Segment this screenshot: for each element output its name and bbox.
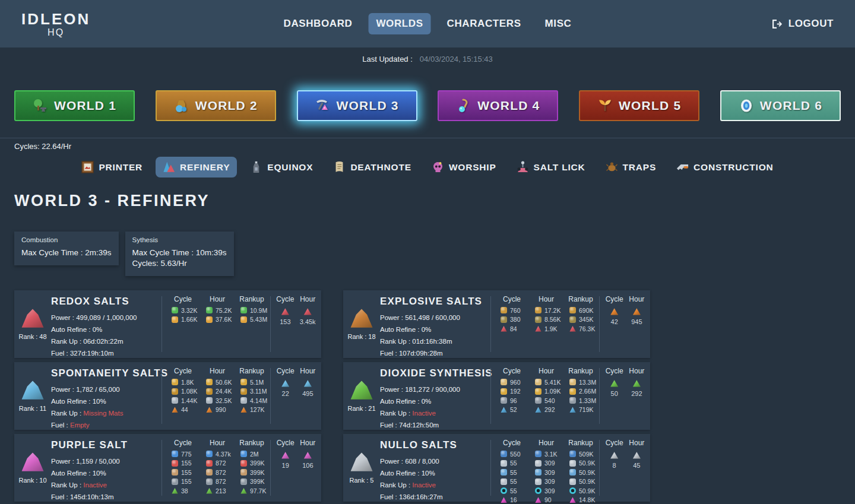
orange-salt-icon [172, 407, 178, 413]
cost-cell: 4.14M [235, 397, 267, 404]
gold-key-icon [240, 388, 247, 395]
nav-item-worlds[interactable]: WORLDS [368, 13, 430, 34]
nav-item-misc[interactable]: MISC [537, 13, 580, 34]
world-3-label: WORLD 3 [336, 99, 398, 113]
cost-value: 872 [216, 478, 226, 485]
tab-salt-lick[interactable]: SALT LICK [509, 157, 593, 177]
red-salt-icon [569, 325, 576, 332]
twig-icon [501, 316, 507, 323]
nav-item-dashboard[interactable]: DASHBOARD [276, 13, 360, 34]
stat-rank-up: Rank Up : Inactive [380, 407, 490, 419]
stat-label: Power : [380, 386, 405, 393]
output-column-hour: Hour495 [300, 367, 315, 430]
cost-value: 2.66M [579, 388, 596, 395]
cost-value: 345K [579, 316, 594, 323]
world-3-pickaxe-salt-icon [315, 98, 330, 113]
world-6-label: WORLD 6 [760, 99, 822, 113]
cost-value: 4.14M [250, 397, 267, 404]
stat-label: Rank Up : [380, 481, 412, 489]
cost-column-rankup: Rankup10.9M5.43M [235, 295, 269, 358]
world-6-button[interactable]: WORLD 6 [720, 90, 841, 121]
cost-cell: 24.4K [200, 388, 232, 395]
tab-worship[interactable]: WORSHIP [425, 157, 504, 177]
cyan-eye-icon [501, 487, 507, 494]
tab-refinery[interactable]: REFINERY [156, 157, 237, 177]
magenta-salt-icon [535, 497, 542, 503]
world-1-button[interactable]: WORLD 1 [14, 90, 135, 121]
last-updated-value: 04/03/2024, 15:15:43 [420, 55, 493, 64]
tab-deathnote[interactable]: DEATHNOTE [326, 157, 419, 177]
green-orb-icon [206, 307, 213, 313]
stat-auto-refine: Auto Refine : 10% [380, 467, 490, 479]
cost-value: 1.33M [579, 397, 596, 404]
info-card-line: Max Cycle Time : 10m:39s [132, 248, 227, 258]
cost-header: Cycle [174, 439, 192, 447]
cost-cell: 8.56K [529, 316, 560, 323]
stat-value: 10% [422, 470, 435, 477]
cost-cell: 509K [563, 451, 594, 458]
cost-cell: 5.43M [235, 316, 267, 323]
cost-value: 3.11M [250, 388, 267, 395]
logout-button[interactable]: LOGOUT [771, 18, 834, 30]
salt-info: DIOXIDE SYNTHESISPower : 181,272 / 900,0… [380, 362, 490, 430]
cost-value: 32.5K [216, 397, 232, 404]
world-2-button[interactable]: WORLD 2 [156, 90, 276, 121]
output-value: 106 [302, 462, 313, 469]
cost-cell: 309 [529, 469, 555, 476]
output-value: 22 [282, 390, 289, 397]
cost-value: 155 [181, 469, 192, 476]
blue-fly-icon [501, 469, 507, 476]
cost-value: 50.9K [579, 459, 595, 467]
stat-value: 327d:19h:10m [70, 350, 114, 357]
tab-traps[interactable]: TRAPS [598, 157, 664, 177]
stat-auto-refine: Auto Refine : 0% [51, 324, 162, 335]
blue-drop-icon [569, 451, 576, 457]
cost-table: Cycle76038084Hour17.2K8.56K1.9KRankup690… [491, 290, 599, 358]
red-salt-icon [535, 325, 542, 332]
salts-grid: Rank : 48REDOX SALTSPower : 499,089 / 1,… [14, 290, 841, 502]
output-column-cycle: Cycle42 [606, 295, 623, 358]
nav-item-characters[interactable]: CHARACTERS [439, 13, 529, 34]
cost-cell: 16 [495, 496, 517, 503]
world-5-button[interactable]: WORLD 5 [579, 90, 699, 121]
green-salt-icon [172, 487, 178, 494]
output-header: Hour [300, 295, 315, 303]
stat-label: Fuel : [380, 350, 399, 357]
gold-coin-icon [172, 379, 178, 385]
tab-printer[interactable]: PRINTER [74, 157, 150, 177]
output-table: Cycle22Hour495 [271, 362, 321, 430]
tab-construction-label: CONSTRUCTION [694, 162, 773, 173]
cost-cell: 75.2K [200, 307, 232, 314]
cost-cell: 775 [166, 451, 192, 458]
cost-column-cycle: Cycle5505555555516 [495, 439, 529, 502]
main-nav: DASHBOARDWORLDSCHARACTERSMISC [276, 13, 580, 34]
construction-icon [676, 161, 689, 173]
cost-value: 775 [181, 451, 192, 458]
tab-construction[interactable]: CONSTRUCTION [669, 157, 780, 177]
cost-table: Cycle3.32K1.66KHour75.2K37.6KRankup10.9M… [162, 290, 270, 358]
cost-value: 380 [510, 316, 521, 323]
orange-salt-icon [206, 407, 213, 413]
orange-salt-icon [610, 308, 619, 315]
stat-value: 608 / 8,000 [405, 458, 439, 465]
last-updated-label: Last Updated : [362, 55, 413, 64]
stat-auto-refine: Auto Refine : 0% [380, 395, 490, 407]
mushroom-icon [172, 469, 178, 476]
equinox-icon [250, 161, 262, 173]
cost-value: 399K [250, 459, 265, 467]
tab-deathnote-label: DEATHNOTE [350, 162, 411, 173]
salt-card-spontaneity-salts: Rank : 11SPONTANEITY SALTSPower : 1,782 … [14, 362, 321, 430]
world-4-button[interactable]: WORLD 4 [438, 90, 558, 121]
gold-shell-icon [501, 307, 507, 313]
tab-equinox[interactable]: EQUINOX [243, 157, 320, 177]
tab-printer-label: PRINTER [99, 162, 142, 173]
salt-name: REDOX SALTS [51, 296, 162, 308]
cost-column-rankup: Rankup2M399K399K399K97.7K [235, 439, 269, 502]
world-3-button[interactable]: WORLD 3 [297, 90, 417, 121]
info-card-line: Cycles: 5.63/Hr [132, 258, 227, 269]
output-value: 945 [631, 318, 642, 325]
cost-header: Cycle [174, 367, 192, 375]
twig-icon [535, 316, 542, 323]
cost-cell: 4.37k [200, 451, 231, 458]
cost-column-rankup: Rankup13.3M2.66M1.33M719K [563, 367, 598, 430]
